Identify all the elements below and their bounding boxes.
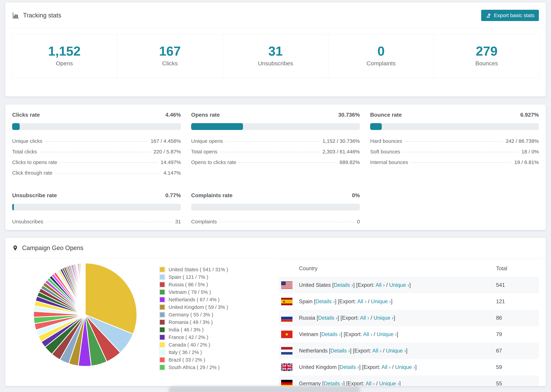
total-cell: 86 — [496, 315, 539, 321]
rate-row-value: 689.82% — [340, 159, 360, 165]
country-name: Spain — [299, 298, 312, 304]
details-link[interactable]: Details › — [324, 381, 343, 386]
legend-label: Spain ( 121 / 7% ) — [169, 274, 208, 280]
legend-item: Vietnam ( 79 / 5% ) — [159, 288, 279, 296]
export-unique-link[interactable]: Unique › — [379, 381, 399, 386]
dotted-leader — [60, 162, 158, 163]
dotted-leader — [40, 152, 151, 152]
rate-row-value: 31 — [175, 219, 181, 224]
export-unique-link[interactable]: Unique › — [374, 315, 394, 321]
progress-bar — [370, 123, 539, 130]
export-unique-link[interactable]: Unique › — [389, 282, 409, 288]
flag-us — [281, 281, 292, 289]
legend-swatch — [159, 312, 165, 318]
export-basic-stats-button[interactable]: Export basic stats — [481, 10, 539, 21]
rate-block-opens: Opens rate30.736%Unique opens1,152 / 30.… — [191, 112, 360, 178]
legend-label: United States ( 541 / 31% ) — [169, 267, 228, 273]
dotted-leader — [220, 152, 320, 152]
export-all-link[interactable]: All › — [363, 331, 372, 337]
country-cell: Russia [Details ›] [Export: All › / Uniq… — [299, 315, 496, 321]
legend-swatch — [159, 282, 165, 287]
details-link[interactable]: Details › — [340, 364, 359, 370]
legend-label: Germany ( 55 / 3% ) — [169, 312, 213, 318]
rate-row-value: 242 / 86.738% — [506, 138, 539, 144]
rate-value: 4.46% — [165, 112, 181, 118]
details-link[interactable]: Details › — [321, 331, 341, 337]
legend-item: France ( 42 / 2% ) — [159, 334, 279, 341]
rate-row-label: Hard bounces — [370, 138, 402, 144]
summary-clicks: 167Clicks — [117, 34, 223, 78]
export-unique-link[interactable]: Unique › — [386, 348, 406, 354]
rate-title: Opens rate — [191, 112, 220, 118]
dotted-leader — [239, 162, 337, 163]
export-all-link[interactable]: All › — [366, 381, 374, 386]
tracking-stats-card: Tracking stats Export basic stats 1,152O… — [5, 2, 546, 97]
export-unique-link[interactable]: Unique › — [395, 364, 415, 370]
country-cell: United Kingdom [Details ›] [Export: All … — [299, 364, 496, 370]
legend-item: United Kingdom ( 59 / 3% ) — [159, 303, 279, 311]
flag-gb — [281, 364, 292, 371]
summary-value: 279 — [434, 44, 539, 58]
legend-label: France ( 42 / 2% ) — [169, 335, 208, 340]
horizontal-scrollbar-thumb[interactable] — [169, 386, 360, 392]
export-all-link[interactable]: All › — [372, 348, 381, 354]
export-icon — [486, 13, 491, 18]
details-link[interactable]: Details › — [316, 298, 335, 304]
country-name: Netherlands — [299, 348, 327, 354]
rate-head: Opens rate30.736% — [191, 112, 360, 118]
rate-row-value: 2,303 / 61.446% — [322, 149, 360, 155]
rate-head: Bounce rate6.927% — [370, 112, 539, 118]
rate-block-unsubscribe: Unsubscribe rate0.77%Unsubscribes31 — [12, 192, 181, 227]
legend-item: Spain ( 121 / 7% ) — [159, 273, 279, 281]
rate-row-value: 167 / 4.456% — [151, 138, 181, 144]
rate-row-value: 1,152 / 30.736% — [322, 138, 360, 144]
details-link[interactable]: Details › — [330, 348, 350, 354]
legend-label: United Kingdom ( 59 / 3% ) — [169, 304, 228, 310]
country-name: United States — [299, 282, 331, 288]
rate-row: Opens to clicks rate689.82% — [191, 157, 360, 168]
details-link[interactable]: Details › — [334, 282, 353, 288]
export-all-link[interactable]: All › — [376, 282, 385, 288]
geo-pie-chart — [12, 260, 158, 369]
dotted-leader — [403, 152, 519, 152]
rate-value: 6.927% — [520, 112, 539, 118]
geo-table: Country Total United States [Details ›] … — [279, 260, 539, 386]
legend-label: Italy ( 36 / 2% ) — [169, 350, 202, 355]
rate-title: Unsubscribe rate — [12, 192, 57, 199]
geo-table-row: Russia [Details ›] [Export: All › / Uniq… — [279, 310, 539, 326]
flag-ru — [281, 314, 292, 322]
country-cell: Vietnam [Details ›] [Export: All › / Uni… — [299, 331, 496, 337]
rate-row-label: Unique clicks — [12, 138, 42, 144]
tracking-stats-header: Tracking stats Export basic stats — [5, 3, 546, 28]
dotted-leader — [405, 141, 503, 142]
progress-bar-fill — [191, 123, 243, 130]
progress-bar-fill — [12, 123, 20, 130]
details-link[interactable]: Details › — [318, 315, 338, 321]
summary-opens: 1,152Opens — [12, 34, 117, 78]
pie-slice — [85, 263, 85, 315]
legend-item: India ( 46 / 3% ) — [159, 326, 279, 334]
country-name: Russia — [299, 315, 315, 321]
rate-row: Click through rate4.147% — [12, 168, 181, 178]
summary-label: Unsubscribes — [223, 60, 328, 67]
export-all-link[interactable]: All › — [357, 298, 366, 304]
rate-row-label: Unsubscribes — [12, 219, 43, 224]
flag-nl — [281, 347, 292, 355]
export-unique-link[interactable]: Unique › — [371, 298, 391, 304]
legend-label: Russia ( 86 / 5% ) — [169, 282, 208, 287]
export-unique-link[interactable]: Unique › — [377, 331, 397, 337]
progress-bar — [12, 204, 181, 210]
export-all-link[interactable]: All › — [360, 315, 369, 321]
geo-table-body: United States [Details ›] [Export: All ›… — [279, 277, 539, 386]
rate-title: Complaints rate — [191, 192, 233, 199]
export-all-link[interactable]: All › — [381, 364, 391, 370]
country-cell: Germany [Details ›] [Export: All › / Uni… — [299, 381, 496, 386]
geo-table-row: Germany [Details ›] [Export: All › / Uni… — [279, 375, 539, 386]
flag-cell — [279, 380, 299, 386]
rate-row: Unique clicks167 / 4.456% — [12, 136, 181, 147]
legend-swatch — [159, 304, 165, 310]
legend-item: Netherlands ( 67 / 4% ) — [159, 296, 279, 303]
rate-row: Internal bounces19 / 6.81% — [370, 157, 539, 168]
campaign-geo-opens-card: Campaign Geo Opens United States ( 541 /… — [5, 238, 546, 386]
country-cell: Spain [Details ›] [Export: All › / Uniqu… — [299, 298, 496, 305]
